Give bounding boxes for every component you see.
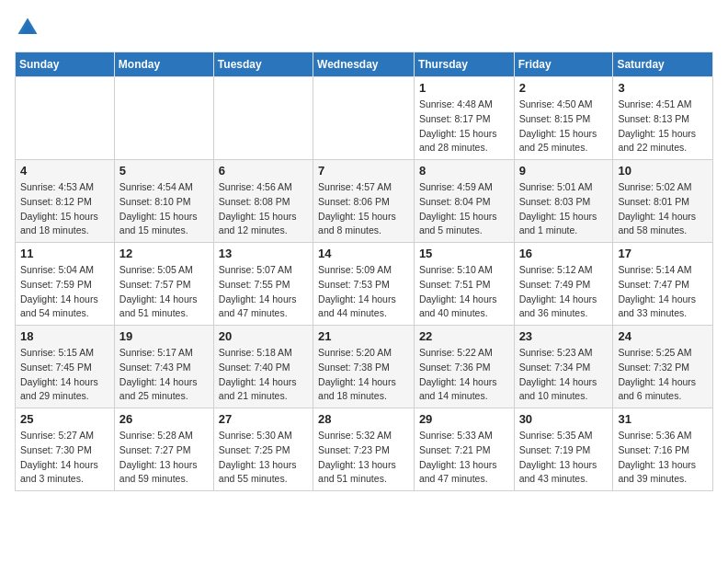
- day-detail: Sunrise: 5:23 AM Sunset: 7:34 PM Dayligh…: [519, 346, 609, 404]
- day-number: 4: [20, 164, 109, 178]
- day-number: 16: [519, 247, 609, 260]
- calendar-cell: 1Sunrise: 4:48 AM Sunset: 8:17 PM Daylig…: [414, 77, 514, 160]
- day-detail: Sunrise: 4:50 AM Sunset: 8:15 PM Dayligh…: [519, 98, 609, 155]
- day-header-saturday: Saturday: [613, 52, 713, 77]
- day-number: 13: [219, 247, 308, 260]
- day-header-sunday: Sunday: [16, 52, 115, 77]
- day-number: 6: [219, 164, 308, 178]
- logo-icon: [15, 15, 40, 40]
- calendar-cell: 8Sunrise: 4:59 AM Sunset: 8:04 PM Daylig…: [414, 160, 514, 243]
- calendar-cell: 14Sunrise: 5:09 AM Sunset: 7:53 PM Dayli…: [313, 243, 415, 326]
- calendar-cell: 4Sunrise: 4:53 AM Sunset: 8:12 PM Daylig…: [16, 160, 115, 243]
- day-number: 23: [519, 329, 609, 343]
- day-detail: Sunrise: 4:59 AM Sunset: 8:04 PM Dayligh…: [419, 180, 509, 238]
- day-number: 11: [20, 247, 109, 260]
- day-detail: Sunrise: 5:02 AM Sunset: 8:01 PM Dayligh…: [618, 180, 708, 238]
- day-detail: Sunrise: 5:20 AM Sunset: 7:38 PM Dayligh…: [318, 346, 409, 404]
- calendar-cell: 10Sunrise: 5:02 AM Sunset: 8:01 PM Dayli…: [613, 160, 713, 243]
- day-header-monday: Monday: [114, 52, 213, 77]
- day-header-wednesday: Wednesday: [313, 52, 415, 77]
- calendar-cell: 24Sunrise: 5:25 AM Sunset: 7:32 PM Dayli…: [613, 326, 713, 408]
- calendar-cell: 18Sunrise: 5:15 AM Sunset: 7:45 PM Dayli…: [16, 326, 115, 408]
- day-detail: Sunrise: 5:35 AM Sunset: 7:19 PM Dayligh…: [519, 429, 609, 487]
- day-header-friday: Friday: [514, 52, 613, 77]
- day-number: 20: [219, 329, 308, 343]
- day-number: 21: [318, 329, 409, 343]
- day-number: 10: [618, 164, 708, 178]
- calendar-cell: 9Sunrise: 5:01 AM Sunset: 8:03 PM Daylig…: [514, 160, 613, 243]
- day-number: 19: [119, 329, 209, 343]
- week-row-3: 11Sunrise: 5:04 AM Sunset: 7:59 PM Dayli…: [16, 243, 713, 326]
- day-detail: Sunrise: 5:18 AM Sunset: 7:40 PM Dayligh…: [219, 346, 308, 404]
- day-number: 31: [618, 412, 708, 426]
- day-detail: Sunrise: 5:25 AM Sunset: 7:32 PM Dayligh…: [618, 346, 708, 404]
- calendar-cell: 30Sunrise: 5:35 AM Sunset: 7:19 PM Dayli…: [514, 408, 613, 491]
- calendar-cell: [313, 77, 415, 160]
- day-number: 1: [419, 81, 509, 95]
- calendar-cell: 22Sunrise: 5:22 AM Sunset: 7:36 PM Dayli…: [414, 326, 514, 408]
- calendar-cell: [114, 77, 213, 160]
- day-number: 28: [318, 412, 409, 426]
- day-detail: Sunrise: 5:15 AM Sunset: 7:45 PM Dayligh…: [20, 346, 109, 404]
- day-detail: Sunrise: 5:17 AM Sunset: 7:43 PM Dayligh…: [119, 346, 209, 404]
- day-number: 22: [419, 329, 509, 343]
- day-number: 7: [318, 164, 409, 178]
- calendar-cell: 5Sunrise: 4:54 AM Sunset: 8:10 PM Daylig…: [114, 160, 213, 243]
- day-detail: Sunrise: 5:27 AM Sunset: 7:30 PM Dayligh…: [20, 429, 109, 487]
- day-detail: Sunrise: 4:51 AM Sunset: 8:13 PM Dayligh…: [618, 98, 708, 155]
- day-detail: Sunrise: 5:05 AM Sunset: 7:57 PM Dayligh…: [119, 263, 209, 321]
- day-detail: Sunrise: 5:28 AM Sunset: 7:27 PM Dayligh…: [119, 429, 209, 487]
- day-detail: Sunrise: 5:36 AM Sunset: 7:16 PM Dayligh…: [618, 429, 708, 487]
- calendar-table: SundayMondayTuesdayWednesdayThursdayFrid…: [15, 52, 713, 491]
- day-number: 5: [119, 164, 209, 178]
- day-number: 30: [519, 412, 609, 426]
- day-number: 17: [618, 247, 708, 260]
- calendar-cell: 21Sunrise: 5:20 AM Sunset: 7:38 PM Dayli…: [313, 326, 415, 408]
- day-detail: Sunrise: 5:01 AM Sunset: 8:03 PM Dayligh…: [519, 180, 609, 238]
- day-detail: Sunrise: 5:14 AM Sunset: 7:47 PM Dayligh…: [618, 263, 708, 321]
- day-detail: Sunrise: 5:32 AM Sunset: 7:23 PM Dayligh…: [318, 429, 409, 487]
- day-detail: Sunrise: 5:04 AM Sunset: 7:59 PM Dayligh…: [20, 263, 109, 321]
- day-number: 8: [419, 164, 509, 178]
- day-detail: Sunrise: 5:07 AM Sunset: 7:55 PM Dayligh…: [219, 263, 308, 321]
- day-number: 15: [419, 247, 509, 260]
- calendar-cell: 11Sunrise: 5:04 AM Sunset: 7:59 PM Dayli…: [16, 243, 115, 326]
- calendar-cell: 15Sunrise: 5:10 AM Sunset: 7:51 PM Dayli…: [414, 243, 514, 326]
- day-detail: Sunrise: 5:30 AM Sunset: 7:25 PM Dayligh…: [219, 429, 308, 487]
- day-number: 26: [119, 412, 209, 426]
- calendar-cell: 12Sunrise: 5:05 AM Sunset: 7:57 PM Dayli…: [114, 243, 213, 326]
- calendar-cell: 28Sunrise: 5:32 AM Sunset: 7:23 PM Dayli…: [313, 408, 415, 491]
- calendar-cell: 20Sunrise: 5:18 AM Sunset: 7:40 PM Dayli…: [213, 326, 313, 408]
- day-detail: Sunrise: 4:54 AM Sunset: 8:10 PM Dayligh…: [119, 180, 209, 238]
- day-number: 9: [519, 164, 609, 178]
- day-number: 3: [618, 81, 708, 95]
- week-row-2: 4Sunrise: 4:53 AM Sunset: 8:12 PM Daylig…: [16, 160, 713, 243]
- page-header: [15, 15, 713, 40]
- calendar-cell: 6Sunrise: 4:56 AM Sunset: 8:08 PM Daylig…: [213, 160, 313, 243]
- day-detail: Sunrise: 5:09 AM Sunset: 7:53 PM Dayligh…: [318, 263, 409, 321]
- day-detail: Sunrise: 5:12 AM Sunset: 7:49 PM Dayligh…: [519, 263, 609, 321]
- calendar-cell: 2Sunrise: 4:50 AM Sunset: 8:15 PM Daylig…: [514, 77, 613, 160]
- calendar-cell: 29Sunrise: 5:33 AM Sunset: 7:21 PM Dayli…: [414, 408, 514, 491]
- day-detail: Sunrise: 5:22 AM Sunset: 7:36 PM Dayligh…: [419, 346, 509, 404]
- day-detail: Sunrise: 4:56 AM Sunset: 8:08 PM Dayligh…: [219, 180, 308, 238]
- day-number: 29: [419, 412, 509, 426]
- week-row-5: 25Sunrise: 5:27 AM Sunset: 7:30 PM Dayli…: [16, 408, 713, 491]
- week-row-1: 1Sunrise: 4:48 AM Sunset: 8:17 PM Daylig…: [16, 77, 713, 160]
- calendar-cell: 7Sunrise: 4:57 AM Sunset: 8:06 PM Daylig…: [313, 160, 415, 243]
- day-detail: Sunrise: 4:48 AM Sunset: 8:17 PM Dayligh…: [419, 98, 509, 155]
- day-number: 14: [318, 247, 409, 260]
- day-header-tuesday: Tuesday: [213, 52, 313, 77]
- calendar-cell: 23Sunrise: 5:23 AM Sunset: 7:34 PM Dayli…: [514, 326, 613, 408]
- calendar-cell: [213, 77, 313, 160]
- day-detail: Sunrise: 5:10 AM Sunset: 7:51 PM Dayligh…: [419, 263, 509, 321]
- day-detail: Sunrise: 4:53 AM Sunset: 8:12 PM Dayligh…: [20, 180, 109, 238]
- calendar-cell: [16, 77, 115, 160]
- week-row-4: 18Sunrise: 5:15 AM Sunset: 7:45 PM Dayli…: [16, 326, 713, 408]
- day-detail: Sunrise: 4:57 AM Sunset: 8:06 PM Dayligh…: [318, 180, 409, 238]
- day-number: 2: [519, 81, 609, 95]
- day-detail: Sunrise: 5:33 AM Sunset: 7:21 PM Dayligh…: [419, 429, 509, 487]
- calendar-cell: 27Sunrise: 5:30 AM Sunset: 7:25 PM Dayli…: [213, 408, 313, 491]
- calendar-cell: 31Sunrise: 5:36 AM Sunset: 7:16 PM Dayli…: [613, 408, 713, 491]
- calendar-cell: 16Sunrise: 5:12 AM Sunset: 7:49 PM Dayli…: [514, 243, 613, 326]
